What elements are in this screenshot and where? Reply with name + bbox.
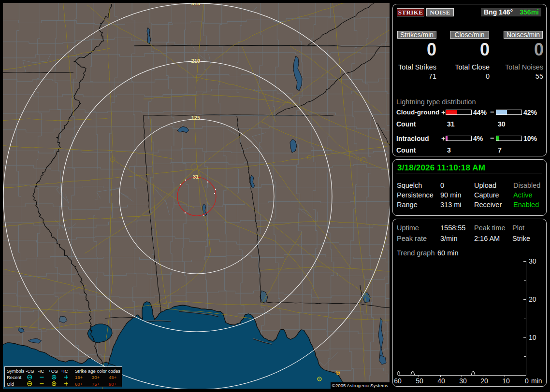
svg-text:20: 20 [529, 295, 536, 303]
svg-text:313: 313 [191, 3, 200, 6]
svg-text:219: 219 [191, 58, 200, 64]
svg-text:60: 60 [394, 377, 402, 385]
svg-text:125: 125 [191, 115, 200, 121]
svg-text:10: 10 [529, 334, 536, 341]
svg-text:min: min [531, 377, 542, 385]
svg-text:0: 0 [525, 377, 529, 385]
svg-text:40: 40 [437, 377, 445, 385]
svg-text:20: 20 [480, 377, 488, 385]
svg-text:30: 30 [459, 377, 467, 385]
svg-text:50: 50 [416, 377, 423, 385]
svg-text:10: 10 [502, 377, 510, 385]
svg-text:31: 31 [193, 174, 199, 180]
svg-text:30: 30 [529, 257, 536, 265]
